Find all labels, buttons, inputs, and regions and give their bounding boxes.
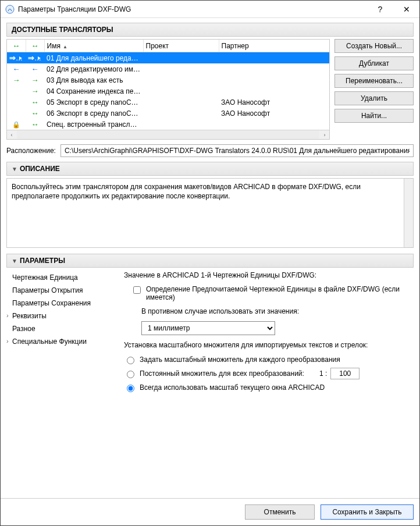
location-label: Расположение:: [6, 147, 56, 155]
row-project: [143, 52, 219, 64]
app-icon: [5, 5, 15, 14]
find-button[interactable]: Найти...: [334, 109, 414, 123]
radio-current-window[interactable]: [127, 385, 134, 392]
parameter-panel: Значение в ARCHICAD 1-й Чертежной Единиц…: [124, 271, 414, 493]
prefer-unit-checkbox[interactable]: [133, 286, 141, 294]
row-project: [143, 108, 219, 119]
help-button[interactable]: ?: [367, 1, 393, 17]
side-buttons: Создать Новый... Дубликат Переименовать.…: [334, 39, 414, 140]
row-partner: ЗАО Нанософт: [219, 108, 329, 119]
section-description-label: ОПИСАНИЕ: [20, 165, 60, 173]
location-field[interactable]: [60, 144, 414, 157]
parameters-tree: Чертежная ЕдиницаПараметры ОткрытияПарам…: [6, 271, 117, 493]
table-row[interactable]: →→03 Для вывода как есть: [7, 74, 329, 86]
col-project-header[interactable]: Проект: [143, 40, 219, 52]
window-title: Параметры Трансляции DXF-DWG: [18, 5, 367, 13]
col-exp-header[interactable]: ↔: [26, 40, 44, 52]
description-text: Воспользуйтесь этим транслятором для сох…: [12, 183, 361, 200]
translators-area: ↔ ↔ Имя▲ Проект Партнер ⇒ ⇒ 01 Для дальн…: [6, 39, 414, 140]
scroll-right-button[interactable]: ›: [320, 130, 329, 140]
cancel-button[interactable]: Отменить: [245, 504, 315, 520]
section-translators-label: ДОСТУПНЫЕ ТРАНСЛЯТОРЫ: [12, 26, 113, 34]
tree-item[interactable]: Чертежная Единица: [6, 271, 117, 284]
chevron-down-icon: ▼: [12, 166, 17, 172]
table-row[interactable]: 🔒↔Спец. встроенный транслятор: [7, 119, 329, 130]
otherwise-label: В противном случае использовать эти знач…: [124, 307, 414, 315]
arrow-icon: ←: [31, 65, 39, 73]
save-and-close-button[interactable]: Сохранить и Закрыть: [321, 504, 414, 520]
section-description-header[interactable]: ▼ ОПИСАНИЕ: [6, 162, 414, 176]
lock-icon: 🔒: [12, 121, 20, 128]
duplicate-button[interactable]: Дубликат: [334, 56, 414, 70]
row-partner: [219, 119, 329, 130]
arrow-icon: →: [31, 76, 39, 84]
panel-heading-1: Значение в ARCHICAD 1-й Чертежной Единиц…: [124, 271, 414, 279]
translators-table: ↔ ↔ Имя▲ Проект Партнер ⇒ ⇒ 01 Для дальн…: [7, 40, 329, 130]
arrow-icon: ←: [13, 65, 20, 73]
row-name: 04 Сохранение индекса пера: [44, 86, 143, 97]
col-partner-header[interactable]: Партнер: [219, 40, 329, 52]
row-partner: [219, 52, 329, 64]
location-row: Расположение:: [6, 144, 414, 157]
dialog-window: Параметры Трансляции DXF-DWG ? ✕ ДОСТУПН…: [0, 0, 420, 526]
arrow-icon: →: [31, 87, 39, 95]
unit-select[interactable]: 1 миллиметр: [141, 321, 275, 335]
radio-constant-label: Постоянный множитель для всех преобразов…: [140, 369, 304, 378]
arrow-icon: ↔: [31, 109, 39, 118]
table-row[interactable]: ⇒ ⇒ 01 Для дальнейшего редакти...: [7, 52, 329, 64]
arrow-icon: ↔: [31, 120, 39, 129]
row-name: 01 Для дальнейшего редакти...: [44, 52, 143, 64]
tree-item[interactable]: Специальные Функции: [6, 335, 117, 348]
row-name: 05 Экспорт в среду nanoCAD (...: [44, 97, 143, 108]
arrow-icon: →: [13, 76, 20, 84]
row-project: [143, 119, 219, 130]
tree-item[interactable]: Параметры Открытия: [6, 284, 117, 297]
scroll-track[interactable]: [17, 131, 319, 139]
row-name: 02 Для редактируемого импо...: [44, 63, 143, 74]
close-button[interactable]: ✕: [393, 1, 419, 17]
horizontal-scrollbar[interactable]: ‹ ›: [7, 130, 329, 139]
radio-per-conversion[interactable]: [127, 357, 134, 364]
row-partner: [219, 86, 329, 97]
col-name-header[interactable]: Имя▲: [44, 40, 143, 52]
ratio-prefix: 1 :: [319, 369, 327, 378]
row-partner: [219, 74, 329, 86]
row-name: Спец. встроенный транслятор: [44, 119, 143, 130]
scroll-left-button[interactable]: ‹: [7, 130, 16, 140]
panel-heading-2: Установка масштабного множителя для импо…: [124, 341, 414, 349]
row-name: 03 Для вывода как есть: [44, 74, 143, 86]
col-imp-header[interactable]: ↔: [7, 40, 26, 52]
titlebar: Параметры Трансляции DXF-DWG ? ✕: [1, 1, 419, 18]
radio-constant[interactable]: [127, 371, 134, 378]
parameters-body: Чертежная ЕдиницаПараметры ОткрытияПарам…: [6, 271, 414, 493]
content-area: ДОСТУПНЫЕ ТРАНСЛЯТОРЫ ↔ ↔ Имя▲ Проект Па…: [1, 18, 419, 498]
ratio-value-input[interactable]: [330, 368, 360, 379]
row-partner: [219, 63, 329, 74]
row-project: [143, 86, 219, 97]
tree-item[interactable]: Разное: [6, 322, 117, 335]
radio-per-conversion-label: Задать масштабный множитель для каждого …: [140, 356, 340, 364]
prefer-unit-label: Определение Предпочитаемой Чертежной Еди…: [146, 285, 414, 301]
tree-item[interactable]: Реквизиты: [6, 310, 117, 322]
row-name: 06 Экспорт в среду nanoCAD (...: [44, 108, 143, 119]
create-new-button[interactable]: Создать Новый...: [334, 39, 414, 53]
table-row[interactable]: →04 Сохранение индекса пера: [7, 86, 329, 97]
row-partner: ЗАО Нанософт: [219, 97, 329, 108]
row-project: [143, 74, 219, 86]
arrow-icon: ↔: [31, 98, 39, 106]
description-vscrollbar[interactable]: [404, 179, 413, 247]
chevron-down-icon: ▼: [12, 258, 17, 264]
radio-current-window-label: Всегда использовать масштаб текущего окн…: [140, 383, 325, 392]
tree-item[interactable]: Параметры Сохранения: [6, 297, 117, 310]
delete-button[interactable]: Удалить: [334, 91, 414, 105]
table-row[interactable]: ↔06 Экспорт в среду nanoCAD (...ЗАО Нано…: [7, 108, 329, 119]
rename-button[interactable]: Переименовать...: [334, 74, 414, 88]
row-project: [143, 63, 219, 74]
sort-indicator-icon: ▲: [63, 44, 67, 49]
row-project: [143, 97, 219, 108]
table-row[interactable]: ←←02 Для редактируемого импо...: [7, 63, 329, 74]
section-translators-header[interactable]: ДОСТУПНЫЕ ТРАНСЛЯТОРЫ: [6, 23, 414, 37]
section-parameters-header[interactable]: ▼ ПАРАМЕТРЫ: [6, 254, 414, 268]
description-textarea[interactable]: Воспользуйтесь этим транслятором для сох…: [6, 178, 414, 248]
table-row[interactable]: ↔05 Экспорт в среду nanoCAD (...ЗАО Нано…: [7, 97, 329, 108]
